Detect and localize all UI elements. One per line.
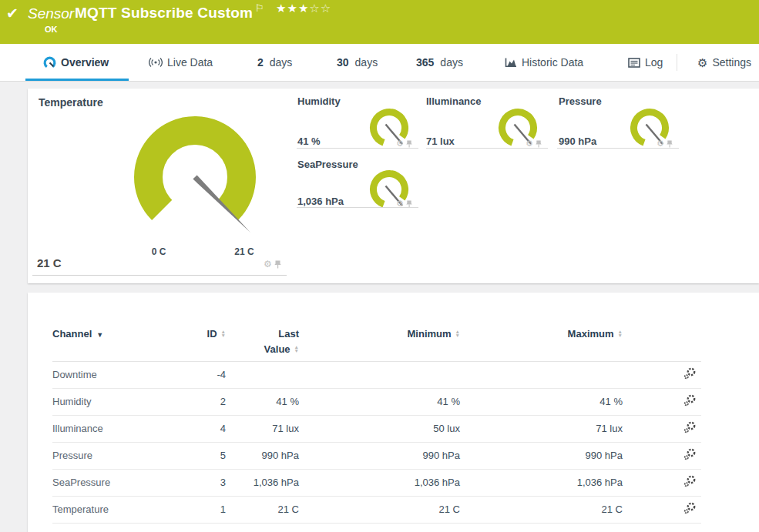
- gauge-scale-min: 0 C: [136, 246, 182, 257]
- priority-flag-icon[interactable]: ⚐: [255, 2, 264, 14]
- channel-settings-gears-icon[interactable]: [683, 394, 697, 409]
- channel-last-value-cell: 41 %: [226, 388, 299, 415]
- tab-2-days[interactable]: 2 days: [257, 44, 292, 81]
- channel-name-cell: Humidity: [52, 388, 195, 415]
- sensor-overview-page: { "header": { "check_icon": "✔", "kind":…: [0, 0, 759, 532]
- channel-minimum-cell: 1,036 hPa: [299, 469, 460, 496]
- column-header-minimum[interactable]: Minimum▲▼: [299, 293, 460, 361]
- column-header-last-value[interactable]: Last Value▲▼: [226, 293, 299, 361]
- card-gear-icon[interactable]: ⚙: [657, 139, 664, 148]
- tab-settings[interactable]: ⚙ Settings: [697, 44, 751, 81]
- card-actions: ⚙: [396, 139, 412, 148]
- column-header-actions: [623, 293, 701, 361]
- column-header-channel-label: Channel: [52, 328, 92, 340]
- channel-name-cell: Illuminance: [52, 415, 195, 442]
- priority-stars[interactable]: ★★★☆☆: [276, 2, 331, 15]
- tab-live-data[interactable]: Live Data: [149, 44, 213, 81]
- card-divider: [426, 148, 548, 149]
- temperature-gauge[interactable]: [118, 100, 272, 254]
- card-gear-icon[interactable]: ⚙: [264, 259, 272, 269]
- tab-divider: [677, 54, 677, 71]
- column-header-id[interactable]: ID▲▼: [195, 293, 226, 361]
- tab-365-days-number: 365: [416, 56, 434, 69]
- channel-maximum-cell: 1,036 hPa: [460, 469, 623, 496]
- channel-last-value-cell: 71 lux: [226, 415, 299, 442]
- tab-30-days-number: 30: [337, 56, 349, 69]
- gauge-value: 1,036 hPa: [297, 196, 344, 207]
- card-pin-icon[interactable]: [536, 140, 542, 148]
- sensor-status-header: ✔ Sensor MQTT Subscribe Custom ⚐ ★★★☆☆ O…: [0, 0, 759, 44]
- card-pin-icon[interactable]: [667, 140, 673, 148]
- column-header-channel[interactable]: Channel▼: [52, 293, 195, 361]
- sensor-kind-label: Sensor: [28, 5, 74, 22]
- tab-settings-label: Settings: [712, 56, 751, 69]
- tab-historic-data-label: Historic Data: [522, 56, 583, 69]
- stars-empty[interactable]: ☆☆: [309, 2, 331, 15]
- channel-id-cell: 2: [195, 388, 226, 415]
- tab-historic-data[interactable]: Historic Data: [505, 44, 583, 81]
- settings-gear-icon: ⚙: [697, 57, 707, 69]
- sort-active-down-icon: ▼: [96, 331, 103, 339]
- channel-name-cell: Downtime: [52, 361, 195, 388]
- gauge-title: SeaPressure: [297, 159, 358, 170]
- channel-settings-gears-icon[interactable]: [683, 475, 697, 490]
- channels-table: Channel▼ ID▲▼ Last Value▲▼ Minimum▲▼ Max…: [52, 293, 701, 524]
- tab-overview[interactable]: Overview: [43, 44, 109, 81]
- channels-panel: Channel▼ ID▲▼ Last Value▲▼ Minimum▲▼ Max…: [28, 293, 759, 532]
- sort-icon: ▲▼: [455, 330, 460, 337]
- channel-name-cell: SeaPressure: [52, 469, 195, 496]
- gauge-scale-max: 21 C: [221, 246, 267, 257]
- tab-2-days-label: days: [270, 56, 293, 69]
- primary-gauge-value: 21 C: [37, 256, 62, 269]
- card-divider: [297, 148, 418, 149]
- column-header-maximum[interactable]: Maximum▲▼: [460, 293, 623, 361]
- gauge-value: 71 lux: [426, 136, 455, 147]
- channel-id-cell: 1: [195, 496, 226, 523]
- card-pin-icon[interactable]: [274, 260, 281, 269]
- card-divider: [557, 148, 679, 149]
- channel-last-value-cell: 21 C: [226, 496, 299, 523]
- log-list-icon: [628, 58, 640, 68]
- card-divider: [297, 207, 418, 208]
- channel-last-value-cell: 1,036 hPa: [226, 469, 299, 496]
- channel-id-cell: 3: [195, 469, 226, 496]
- tab-log-label: Log: [645, 56, 663, 69]
- channel-minimum-cell: 50 lux: [299, 415, 460, 442]
- tab-overview-label: Overview: [61, 56, 109, 69]
- tab-30-days[interactable]: 30 days: [337, 44, 378, 81]
- active-tab-indicator: [25, 79, 129, 81]
- channel-id-cell: 5: [195, 442, 226, 469]
- card-gear-icon[interactable]: ⚙: [396, 139, 404, 148]
- table-row: Temperature 1 21 C 21 C 21 C: [52, 496, 701, 523]
- historic-data-chart-icon: [505, 57, 517, 69]
- channel-id-cell: 4: [195, 415, 226, 442]
- column-header-id-label: ID: [207, 328, 217, 340]
- stars-filled[interactable]: ★★★: [276, 2, 309, 15]
- column-header-minimum-label: Minimum: [408, 328, 452, 340]
- sensor-title: MQTT Subscribe Custom: [75, 5, 253, 22]
- gauges-panel: Temperature 0 C 21 C 21 C ⚙ Humidity 41 …: [28, 89, 759, 283]
- card-gear-icon[interactable]: ⚙: [526, 139, 533, 148]
- channel-settings-gears-icon[interactable]: [683, 421, 697, 436]
- card-divider: [32, 275, 287, 276]
- overview-gauge-icon: [43, 56, 56, 69]
- channel-settings-gears-icon[interactable]: [683, 367, 697, 382]
- table-row: Downtime -4: [52, 361, 701, 388]
- tab-365-days-label: days: [440, 56, 463, 69]
- gauge-value: 41 %: [297, 136, 321, 147]
- tab-log[interactable]: Log: [628, 44, 663, 81]
- channel-maximum-cell: [460, 361, 623, 388]
- channel-minimum-cell: 990 hPa: [299, 442, 460, 469]
- channel-settings-gears-icon[interactable]: [683, 502, 697, 517]
- card-pin-icon[interactable]: [406, 140, 412, 148]
- card-actions: ⚙: [526, 139, 542, 148]
- tab-2-days-number: 2: [257, 56, 264, 69]
- table-row: Humidity 2 41 % 41 % 41 %: [52, 388, 701, 415]
- tab-365-days[interactable]: 365 days: [416, 44, 463, 81]
- channel-settings-gears-icon[interactable]: [683, 448, 697, 463]
- status-check-icon: ✔: [6, 5, 18, 22]
- tab-live-data-label: Live Data: [167, 56, 213, 69]
- tab-30-days-label: days: [355, 56, 378, 69]
- column-header-value-label: Value: [264, 343, 291, 355]
- channel-last-value-cell: [226, 361, 299, 388]
